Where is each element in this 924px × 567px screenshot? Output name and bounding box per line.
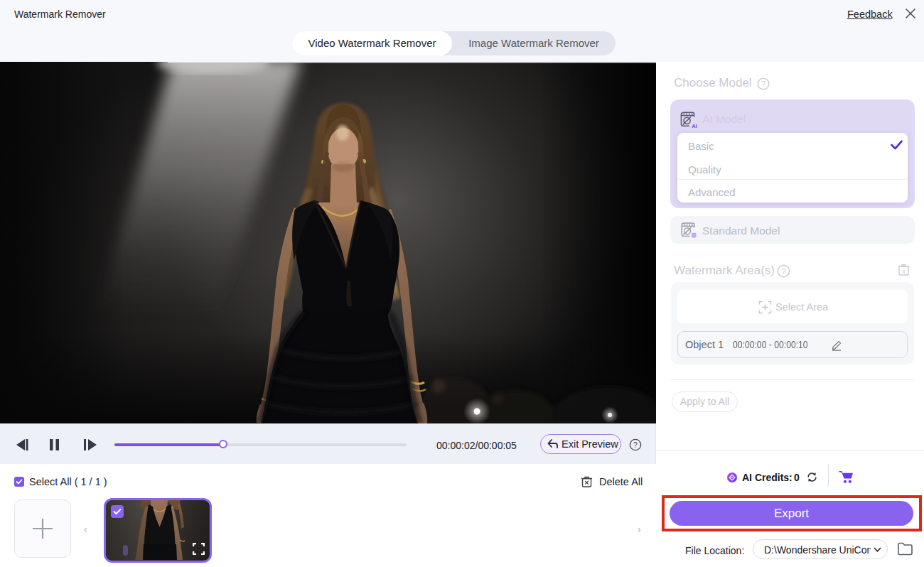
svg-text:?: ? <box>781 267 785 276</box>
svg-text:x: x <box>902 268 906 275</box>
svg-text:?: ? <box>761 80 765 88</box>
svg-text:AI: AI <box>692 123 697 129</box>
svg-text:?: ? <box>633 441 638 449</box>
